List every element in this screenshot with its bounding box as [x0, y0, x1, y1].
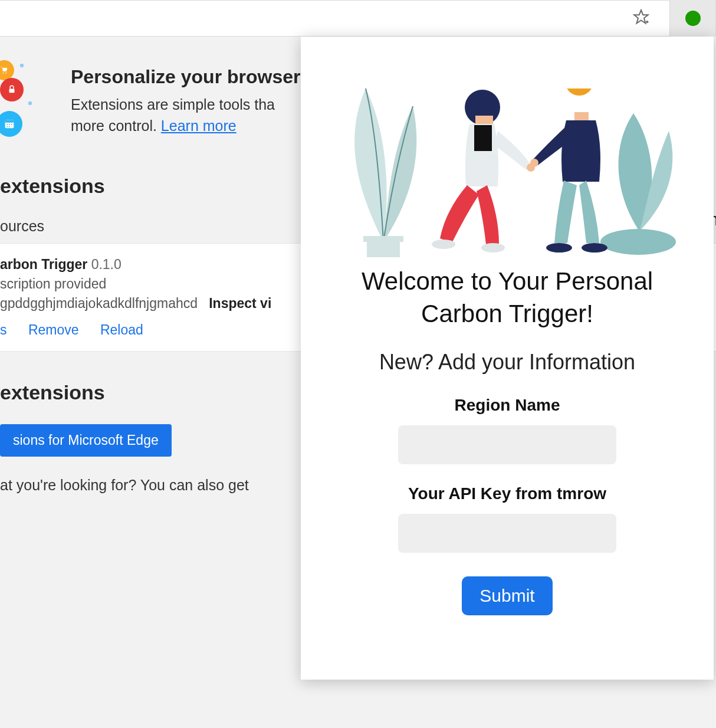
- banner-title: Personalize your browser: [71, 66, 300, 88]
- svg-point-23: [481, 243, 505, 252]
- svg-rect-24: [574, 112, 589, 122]
- region-name-label: Region Name: [455, 396, 560, 415]
- get-extensions-edge-button[interactable]: sions for Microsoft Edge: [0, 424, 172, 457]
- learn-more-link[interactable]: Learn more: [161, 117, 237, 134]
- region-name-input[interactable]: [398, 425, 616, 464]
- browser-toolbar: [0, 0, 716, 37]
- extension-id: gpddgghjmdiajokadkdlfnjgmahcd: [0, 296, 198, 311]
- lock-icon: [0, 78, 24, 101]
- calendar-icon: [0, 111, 22, 137]
- extension-popup: Welcome to Your Personal Carbon Trigger!…: [301, 37, 714, 680]
- svg-rect-7: [5, 120, 14, 123]
- svg-rect-14: [367, 240, 400, 257]
- svg-point-27: [582, 243, 607, 252]
- plant-icon: [324, 65, 442, 260]
- star-icon: [632, 8, 650, 28]
- banner-sub-line1: Extensions are simple tools tha: [71, 96, 275, 113]
- spark-icon: [28, 101, 32, 105]
- svg-point-22: [432, 240, 455, 249]
- popup-new-prompt: New? Add your Information: [379, 350, 635, 375]
- api-key-input[interactable]: [398, 514, 616, 553]
- extension-name: arbon Trigger: [0, 257, 87, 272]
- svg-point-4: [5, 73, 6, 74]
- svg-point-10: [9, 124, 10, 125]
- banner-subtitle: Extensions are simple tools tha more con…: [71, 94, 300, 137]
- action-remove[interactable]: Remove: [28, 322, 79, 337]
- svg-point-11: [11, 124, 12, 125]
- inspect-views-label[interactable]: Inspect vi: [209, 296, 271, 311]
- bookmark-button[interactable]: [627, 4, 655, 32]
- profile-avatar-icon: [685, 11, 701, 26]
- svg-point-9: [6, 124, 8, 125]
- profile-button[interactable]: [669, 0, 715, 37]
- spark-icon: [20, 64, 24, 67]
- popup-welcome-title: Welcome to Your Personal Carbon Trigger!: [322, 265, 692, 330]
- banner-sub-line2: more control.: [71, 117, 161, 134]
- svg-point-26: [546, 243, 572, 252]
- svg-point-3: [3, 73, 4, 74]
- api-key-label: Your API Key from tmrow: [408, 484, 606, 503]
- welcome-illustration: [322, 60, 692, 255]
- shopping-icon: [0, 60, 14, 80]
- person-illustration-icon: [528, 88, 641, 265]
- svg-rect-15: [363, 236, 403, 242]
- banner-decoration-icons: [0, 60, 47, 155]
- submit-button[interactable]: Submit: [462, 576, 552, 615]
- action-reload[interactable]: Reload: [100, 322, 143, 337]
- svg-point-12: [6, 126, 8, 127]
- extension-version: 0.1.0: [91, 257, 121, 272]
- svg-rect-20: [474, 125, 492, 151]
- svg-point-13: [9, 126, 10, 127]
- action-details-fragment[interactable]: s: [0, 322, 7, 337]
- popup-form: Region Name Your API Key from tmrow Subm…: [322, 396, 692, 615]
- svg-point-25: [530, 159, 538, 167]
- svg-rect-5: [9, 89, 15, 93]
